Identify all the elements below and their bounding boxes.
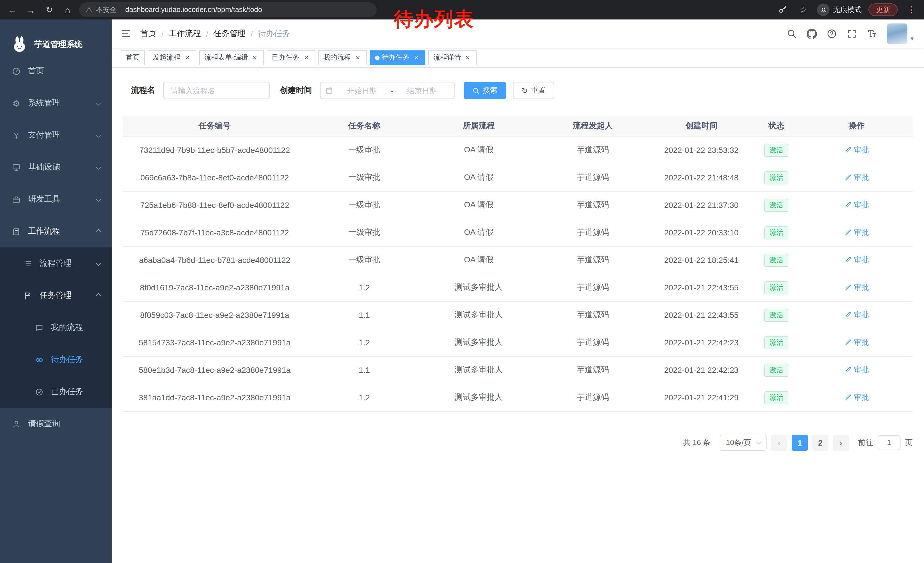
breadcrumb-item[interactable]: / 任务管理	[201, 29, 246, 39]
hamburger-icon[interactable]	[112, 29, 140, 39]
tab[interactable]: 首页 ×	[121, 50, 145, 65]
cell-initiator: 芋道源码	[535, 164, 651, 191]
cell-initiator: 芋道源码	[535, 356, 651, 384]
chevron-icon	[96, 261, 101, 266]
avatar[interactable]	[887, 24, 908, 44]
tab[interactable]: 待办任务 ×	[370, 50, 425, 65]
approve-link[interactable]: 审批	[844, 173, 869, 183]
approve-link[interactable]: 审批	[844, 392, 869, 402]
search-button[interactable]: 搜索	[464, 82, 506, 99]
active-dot	[375, 55, 380, 60]
help-icon[interactable]	[827, 29, 837, 39]
task-flag-icon	[23, 291, 33, 300]
sidebar-item[interactable]: 已办任务	[0, 376, 112, 408]
sidebar-item[interactable]: 工作流程	[0, 215, 112, 248]
sidebar-item[interactable]: ¥ 支付管理	[0, 119, 112, 151]
cell-task-id: 75d72608-7b7f-11ec-a3c8-acde48001122	[123, 219, 306, 246]
approve-link[interactable]: 审批	[844, 337, 869, 348]
tab[interactable]: 流程表单-编辑 ×	[199, 50, 264, 65]
approve-link[interactable]: 审批	[844, 227, 869, 238]
sidebar-item[interactable]: 基础设施	[0, 151, 112, 183]
sidebar-item[interactable]: 待办任务	[0, 344, 112, 376]
breadcrumb-item[interactable]: / 待办任务	[246, 29, 290, 39]
cell-task-id: 8f059c03-7ac8-11ec-a9e2-a2380e71991a	[123, 301, 306, 329]
app-logo[interactable]: 芋道管理系统	[0, 20, 112, 55]
sidebar-item[interactable]: ⚙ 系统管理	[0, 87, 112, 119]
tab[interactable]: 已办任务 ×	[267, 50, 315, 65]
star-icon[interactable]: ☆	[796, 3, 810, 17]
chevron-icon	[96, 133, 101, 138]
cell-task-name: 一级审批	[306, 219, 422, 246]
process-list-icon	[23, 259, 33, 268]
chevron-icon	[96, 229, 101, 234]
cell-task-name: 1.2	[306, 329, 422, 356]
forward-icon[interactable]: →	[24, 3, 38, 17]
process-name-input[interactable]	[163, 82, 270, 99]
end-date-input[interactable]	[394, 86, 449, 95]
sidebar-item[interactable]: 研发工具	[0, 183, 112, 215]
cell-process: OA 请假	[422, 164, 535, 191]
home-icon[interactable]: ⌂	[61, 3, 74, 17]
breadcrumb-item[interactable]: / 工作流程	[156, 29, 201, 39]
page-1-button[interactable]: 1	[792, 434, 808, 450]
approve-link[interactable]: 审批	[844, 310, 869, 320]
close-icon[interactable]: ×	[183, 54, 191, 62]
cell-process: 测试多审批人	[422, 384, 535, 411]
date-range-picker[interactable]: -	[320, 82, 454, 99]
close-icon[interactable]: ×	[251, 54, 259, 62]
status-badge: 激活	[764, 391, 788, 404]
close-icon[interactable]: ×	[354, 54, 362, 62]
cell-created: 2022-01-22 23:53:32	[650, 136, 752, 164]
next-page-button[interactable]: ›	[833, 434, 849, 450]
browser-toolbar-right: ☆ 无痕模式 更新 ⋮	[776, 3, 918, 17]
update-button[interactable]: 更新	[868, 3, 898, 16]
sidebar-item[interactable]: 流程管理	[0, 248, 112, 279]
table-row: 73211d9d-7b9b-11ec-b5b7-acde48001122 一级审…	[123, 136, 912, 164]
breadcrumb-item[interactable]: / 首页	[140, 29, 156, 39]
github-icon[interactable]	[807, 29, 817, 39]
overflow-menu-icon[interactable]: ⋮	[904, 3, 918, 17]
sidebar-item[interactable]: 请假查询	[0, 408, 112, 440]
reset-button[interactable]: ↻ 重置	[513, 82, 554, 99]
page-2-button[interactable]: 2	[812, 434, 828, 450]
back-icon[interactable]: ←	[6, 3, 20, 17]
workflow-icon	[12, 227, 21, 236]
sidebar-item[interactable]: 任务管理	[0, 279, 112, 312]
page-size-select[interactable]: 10条/页	[720, 434, 766, 450]
approve-link[interactable]: 审批	[844, 282, 869, 293]
approve-link[interactable]: 审批	[844, 255, 869, 265]
approve-link[interactable]: 审批	[844, 365, 869, 375]
sidebar-item[interactable]: 首页	[0, 55, 112, 87]
status-badge: 激活	[764, 226, 788, 239]
search-icon[interactable]	[787, 29, 797, 39]
edit-icon	[844, 201, 852, 209]
close-icon[interactable]: ×	[412, 54, 420, 62]
tab[interactable]: 发起流程 ×	[148, 50, 196, 65]
key-icon[interactable]	[776, 3, 789, 17]
cell-process: OA 请假	[422, 246, 535, 274]
goto-page-input[interactable]	[878, 435, 900, 450]
cell-initiator: 芋道源码	[535, 274, 651, 301]
navbar: / 首页 / 工作流程 / 任务管理	[112, 20, 924, 48]
close-icon[interactable]: ×	[302, 54, 310, 62]
close-icon[interactable]: ×	[464, 54, 472, 62]
approve-link[interactable]: 审批	[844, 145, 869, 155]
reload-icon[interactable]: ↻	[42, 3, 56, 17]
font-size-icon[interactable]	[867, 29, 878, 39]
sidebar-item[interactable]: 我的流程	[0, 312, 112, 344]
address-bar[interactable]: ⚠ 不安全 dashboard.yudao.iocoder.cn/bpm/tas…	[79, 2, 377, 17]
approve-link[interactable]: 审批	[844, 200, 869, 210]
user-icon	[12, 419, 21, 428]
column-header: 流程发起人	[535, 116, 651, 136]
prev-page-button[interactable]: ‹	[771, 434, 787, 450]
tab[interactable]: 流程详情 ×	[428, 50, 477, 65]
start-date-input[interactable]	[334, 86, 390, 95]
breadcrumb-separator: /	[206, 29, 208, 38]
toolbox-icon	[12, 195, 21, 204]
cell-task-id: 73211d9d-7b9b-11ec-b5b7-acde48001122	[123, 136, 306, 164]
fullscreen-icon[interactable]	[847, 29, 857, 39]
user-avatar[interactable]: ▾	[887, 24, 914, 44]
status-badge: 激活	[764, 336, 788, 349]
tab[interactable]: 我的流程 ×	[318, 50, 367, 65]
app-title: 芋道管理系统	[34, 39, 82, 50]
